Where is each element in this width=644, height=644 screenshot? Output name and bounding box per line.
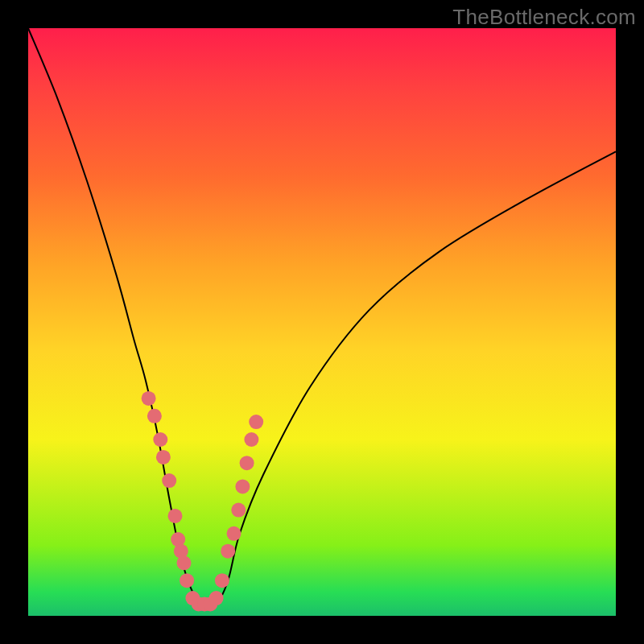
scatter-point [156, 450, 171, 464]
scatter-point [177, 555, 192, 570]
bottleneck-curve [28, 28, 616, 606]
scatter-point [142, 391, 156, 406]
scatter-point [215, 573, 229, 588]
scatter-point [227, 526, 242, 541]
scatter-point [221, 544, 235, 559]
scatter-point [240, 456, 254, 470]
scatter-point [235, 479, 250, 493]
scatter-point [153, 432, 167, 447]
chart-frame: TheBottleneck.com [0, 0, 644, 644]
scatter-point [244, 432, 258, 447]
scatter-point [180, 573, 194, 588]
chart-svg [28, 28, 616, 616]
scatter-point [168, 509, 183, 523]
scatter-point [162, 473, 176, 488]
scatter-point [231, 503, 246, 518]
scatter-point [209, 591, 224, 605]
watermark-text: TheBottleneck.com [452, 5, 636, 30]
scatter-group [142, 391, 264, 612]
plot-area [28, 28, 616, 616]
scatter-point [249, 415, 263, 429]
scatter-point [147, 409, 162, 423]
